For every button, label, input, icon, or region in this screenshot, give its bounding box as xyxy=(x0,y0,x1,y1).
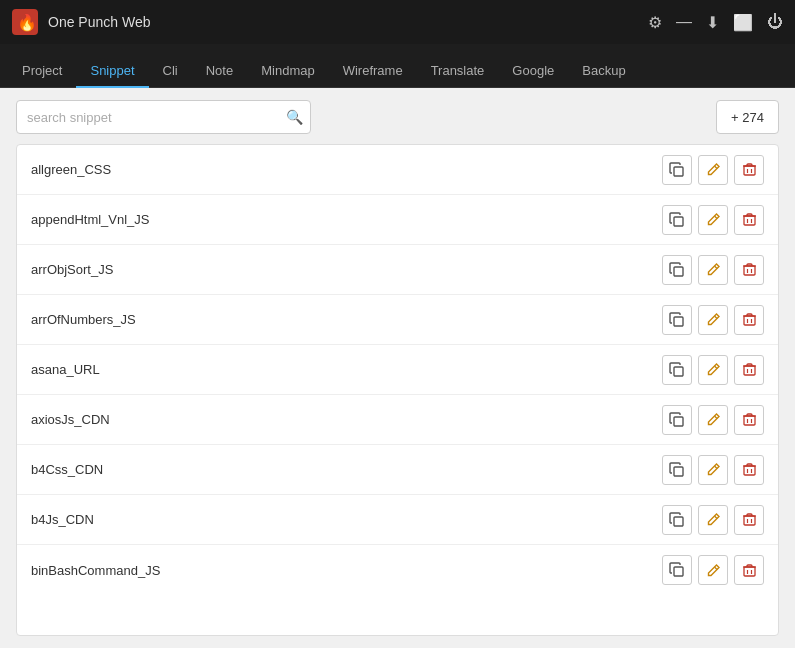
edit-button-7[interactable] xyxy=(698,505,728,535)
item-name-5: axiosJs_CDN xyxy=(31,412,662,427)
svg-line-51 xyxy=(714,567,717,570)
item-name-4: asana_URL xyxy=(31,362,662,377)
search-bar: 🔍 + 274 xyxy=(16,100,779,134)
edit-button-8[interactable] xyxy=(698,555,728,585)
tab-wireframe[interactable]: Wireframe xyxy=(329,55,417,88)
delete-button-0[interactable] xyxy=(734,155,764,185)
item-name-7: b4Js_CDN xyxy=(31,512,662,527)
title-bar-right: ⚙ ― ⬇ ⬜ ⏻ xyxy=(648,13,783,32)
item-name-3: arrOfNumbers_JS xyxy=(31,312,662,327)
title-bar: 🔥 One Punch Web ⚙ ― ⬇ ⬜ ⏻ xyxy=(0,0,795,44)
svg-rect-20 xyxy=(674,317,683,326)
svg-rect-50 xyxy=(674,567,683,576)
copy-button-3[interactable] xyxy=(662,305,692,335)
svg-rect-52 xyxy=(744,567,755,576)
tab-backup[interactable]: Backup xyxy=(568,55,639,88)
item-actions-1 xyxy=(662,205,764,235)
svg-rect-4 xyxy=(744,166,755,175)
svg-rect-14 xyxy=(674,267,683,276)
svg-rect-26 xyxy=(674,367,683,376)
delete-button-3[interactable] xyxy=(734,305,764,335)
item-actions-2 xyxy=(662,255,764,285)
edit-button-2[interactable] xyxy=(698,255,728,285)
tab-translate[interactable]: Translate xyxy=(417,55,499,88)
item-actions-4 xyxy=(662,355,764,385)
edit-button-0[interactable] xyxy=(698,155,728,185)
svg-rect-2 xyxy=(674,167,683,176)
edit-button-6[interactable] xyxy=(698,455,728,485)
svg-rect-22 xyxy=(744,316,755,325)
delete-button-8[interactable] xyxy=(734,555,764,585)
svg-rect-44 xyxy=(674,517,683,526)
list-item: b4Js_CDN xyxy=(17,495,778,545)
copy-button-1[interactable] xyxy=(662,205,692,235)
copy-button-4[interactable] xyxy=(662,355,692,385)
delete-button-1[interactable] xyxy=(734,205,764,235)
download-icon[interactable]: ⬇ xyxy=(706,13,719,32)
edit-button-3[interactable] xyxy=(698,305,728,335)
item-actions-6 xyxy=(662,455,764,485)
list-item: asana_URL xyxy=(17,345,778,395)
copy-button-7[interactable] xyxy=(662,505,692,535)
svg-rect-38 xyxy=(674,467,683,476)
svg-line-27 xyxy=(714,366,717,369)
list-item: arrObjSort_JS xyxy=(17,245,778,295)
tab-note[interactable]: Note xyxy=(192,55,247,88)
delete-button-5[interactable] xyxy=(734,405,764,435)
list-item: allgreen_CSS xyxy=(17,145,778,195)
copy-button-8[interactable] xyxy=(662,555,692,585)
svg-rect-8 xyxy=(674,217,683,226)
svg-line-39 xyxy=(714,466,717,469)
power-icon[interactable]: ⏻ xyxy=(767,13,783,31)
snippet-list-scroll[interactable]: allgreen_CSS xyxy=(17,145,778,635)
maximize-icon[interactable]: ⬜ xyxy=(733,13,753,32)
list-item: appendHtml_Vnl_JS xyxy=(17,195,778,245)
svg-line-15 xyxy=(714,266,717,269)
delete-button-4[interactable] xyxy=(734,355,764,385)
app-title: One Punch Web xyxy=(48,14,150,30)
list-item: b4Css_CDN xyxy=(17,445,778,495)
item-actions-8 xyxy=(662,555,764,585)
nav-bar: Project Snippet Cli Note Mindmap Wirefra… xyxy=(0,44,795,88)
edit-button-5[interactable] xyxy=(698,405,728,435)
delete-button-6[interactable] xyxy=(734,455,764,485)
edit-button-1[interactable] xyxy=(698,205,728,235)
content-area: 🔍 + 274 allgreen_CSS xyxy=(0,88,795,648)
list-item: binBashCommand_JS xyxy=(17,545,778,595)
item-actions-0 xyxy=(662,155,764,185)
item-actions-3 xyxy=(662,305,764,335)
item-name-8: binBashCommand_JS xyxy=(31,563,662,578)
svg-line-33 xyxy=(714,416,717,419)
item-actions-5 xyxy=(662,405,764,435)
snippet-list-container: allgreen_CSS xyxy=(16,144,779,636)
item-actions-7 xyxy=(662,505,764,535)
copy-button-5[interactable] xyxy=(662,405,692,435)
tab-mindmap[interactable]: Mindmap xyxy=(247,55,328,88)
copy-button-0[interactable] xyxy=(662,155,692,185)
svg-line-9 xyxy=(714,216,717,219)
tab-project[interactable]: Project xyxy=(8,55,76,88)
tab-google[interactable]: Google xyxy=(498,55,568,88)
search-input-wrapper: 🔍 xyxy=(16,100,311,134)
item-name-6: b4Css_CDN xyxy=(31,462,662,477)
gear-icon[interactable]: ⚙ xyxy=(648,13,662,32)
add-snippet-button[interactable]: + 274 xyxy=(716,100,779,134)
item-name-1: appendHtml_Vnl_JS xyxy=(31,212,662,227)
list-item: axiosJs_CDN xyxy=(17,395,778,445)
tab-snippet[interactable]: Snippet xyxy=(76,55,148,88)
svg-text:🔥: 🔥 xyxy=(17,13,37,32)
minimize-icon[interactable]: ― xyxy=(676,13,692,31)
delete-button-7[interactable] xyxy=(734,505,764,535)
svg-rect-46 xyxy=(744,516,755,525)
svg-rect-40 xyxy=(744,466,755,475)
copy-button-2[interactable] xyxy=(662,255,692,285)
copy-button-6[interactable] xyxy=(662,455,692,485)
tab-cli[interactable]: Cli xyxy=(149,55,192,88)
delete-button-2[interactable] xyxy=(734,255,764,285)
svg-rect-16 xyxy=(744,266,755,275)
item-name-2: arrObjSort_JS xyxy=(31,262,662,277)
edit-button-4[interactable] xyxy=(698,355,728,385)
svg-line-45 xyxy=(714,516,717,519)
svg-rect-32 xyxy=(674,417,683,426)
search-input[interactable] xyxy=(16,100,311,134)
